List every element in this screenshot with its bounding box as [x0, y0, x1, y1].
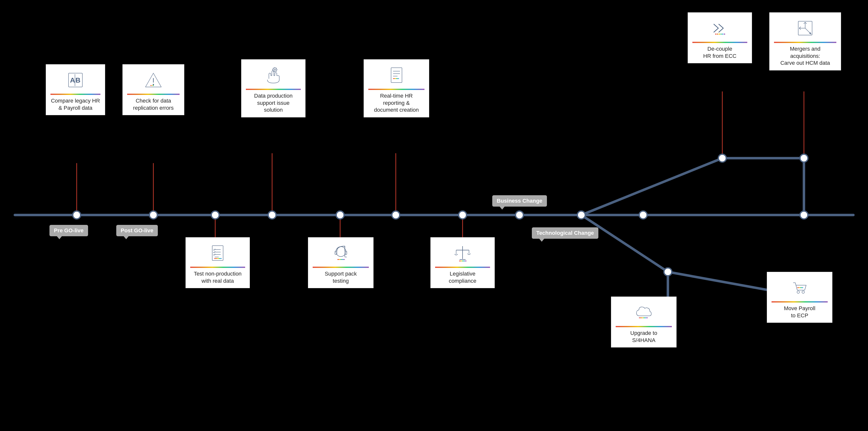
icon-area-test: [190, 242, 245, 264]
merge-icon: [796, 19, 814, 37]
rainbow-bar: [616, 326, 672, 327]
icon-area-check: [127, 69, 180, 91]
svg-point-61: [717, 34, 718, 35]
svg-rect-52: [391, 68, 402, 82]
arrows-right-icon: [711, 19, 729, 37]
svg-point-16: [73, 211, 81, 219]
rainbow-bar: [51, 94, 100, 95]
milestone-business-change: Business Change: [492, 195, 547, 207]
icon-area-production: [246, 64, 301, 86]
card-compare-legacy: A B Compare legacy HR & Payroll data: [46, 64, 105, 115]
svg-point-43: [274, 69, 276, 70]
svg-point-38: [153, 84, 154, 85]
card-test-nonprod: Test non-productionwith real data: [186, 237, 250, 288]
rainbow-bar: [368, 89, 425, 90]
svg-point-80: [336, 246, 346, 257]
card-check-replication: Check for datareplication errors: [122, 64, 184, 115]
card-label-support: Support packtesting: [313, 270, 369, 285]
headset-icon: [332, 244, 350, 262]
svg-point-28: [800, 211, 808, 219]
rainbow-bar: [772, 301, 828, 302]
card-label-payroll: Move Payrollto ECP: [772, 305, 828, 319]
card-data-production: Data productionsupport issuesolution: [241, 59, 306, 118]
svg-text:B: B: [75, 76, 81, 84]
svg-point-64: [722, 34, 723, 35]
icon-area-upgrade: [616, 301, 672, 324]
svg-point-106: [797, 291, 800, 293]
rainbow-bar: [127, 94, 180, 95]
card-upgrade-s4: Upgrade toS/4HANA: [611, 297, 677, 347]
svg-point-24: [577, 211, 585, 219]
card-label-mergers: Mergers andacquisitions:Carve out HCM da…: [774, 45, 836, 67]
svg-point-22: [459, 211, 467, 219]
icon-area-support: [313, 242, 369, 264]
card-label-legislative: Legislativecompliance: [435, 270, 490, 285]
card-move-payroll: Move Payrollto ECP: [767, 272, 832, 323]
rainbow-bar: [190, 267, 245, 268]
rainbow-bar: [313, 267, 369, 268]
svg-point-18: [211, 211, 219, 219]
card-support-pack: Support packtesting: [308, 237, 374, 288]
icon-area-realtime: [368, 64, 425, 86]
card-label-realtime: Real-time HRreporting &document creation: [368, 92, 425, 114]
warning-icon: [145, 71, 162, 89]
svg-point-40: [152, 85, 153, 86]
svg-point-25: [639, 211, 647, 219]
document-icon: [388, 66, 405, 84]
svg-point-29: [664, 268, 672, 276]
icon-area-payroll: [772, 276, 828, 299]
card-label-compare: Compare legacy HR & Payroll data: [51, 97, 100, 111]
icon-area-mergers: [774, 17, 836, 39]
card-decouple: De-coupleHR from ECC: [688, 12, 752, 63]
svg-text:A: A: [70, 76, 75, 84]
ab-icon: A B: [66, 71, 84, 89]
svg-point-21: [392, 211, 400, 219]
milestone-post-golive: Post GO-live: [116, 225, 158, 236]
svg-point-107: [802, 291, 804, 293]
card-mergers: Mergers andacquisitions:Carve out HCM da…: [769, 12, 841, 70]
svg-point-19: [268, 211, 276, 219]
svg-point-39: [150, 85, 151, 86]
main-container: A B Compare legacy HR & Payroll data Che…: [0, 0, 868, 431]
cloud-icon: [635, 303, 653, 321]
card-label-check: Check for datareplication errors: [127, 97, 180, 111]
svg-point-41: [153, 85, 154, 86]
scales-icon: [454, 244, 471, 262]
checklist-icon: [209, 244, 226, 262]
svg-point-63: [720, 34, 722, 35]
svg-point-27: [800, 154, 808, 162]
icon-area-compare: A B: [51, 69, 100, 91]
card-label-upgrade: Upgrade toS/4HANA: [616, 330, 672, 344]
svg-point-23: [516, 211, 523, 219]
svg-point-20: [336, 211, 344, 219]
card-label-production: Data productionsupport issuesolution: [246, 92, 301, 114]
rainbow-bar: [692, 42, 747, 43]
milestone-pre-golive: Pre GO-live: [50, 225, 88, 236]
card-label-test: Test non-productionwith real data: [190, 270, 245, 285]
svg-point-26: [718, 154, 726, 162]
cart-icon: [791, 279, 809, 297]
rainbow-bar: [246, 89, 301, 90]
icon-area-decouple: [692, 17, 747, 39]
rainbow-bar: [774, 42, 836, 43]
milestone-technological-change: Technological Change: [532, 227, 598, 239]
icon-area-legislative: [435, 242, 490, 264]
gear-hand-icon: [265, 66, 282, 84]
svg-point-17: [149, 211, 157, 219]
svg-point-65: [724, 34, 725, 35]
rainbow-bar: [435, 267, 490, 268]
card-realtime-hr: Real-time HRreporting &document creation: [364, 59, 429, 118]
svg-point-60: [715, 34, 717, 35]
card-legislative: Legislativecompliance: [430, 237, 495, 288]
svg-line-69: [805, 28, 811, 34]
card-label-decouple: De-coupleHR from ECC: [692, 45, 747, 60]
svg-point-62: [719, 34, 720, 35]
